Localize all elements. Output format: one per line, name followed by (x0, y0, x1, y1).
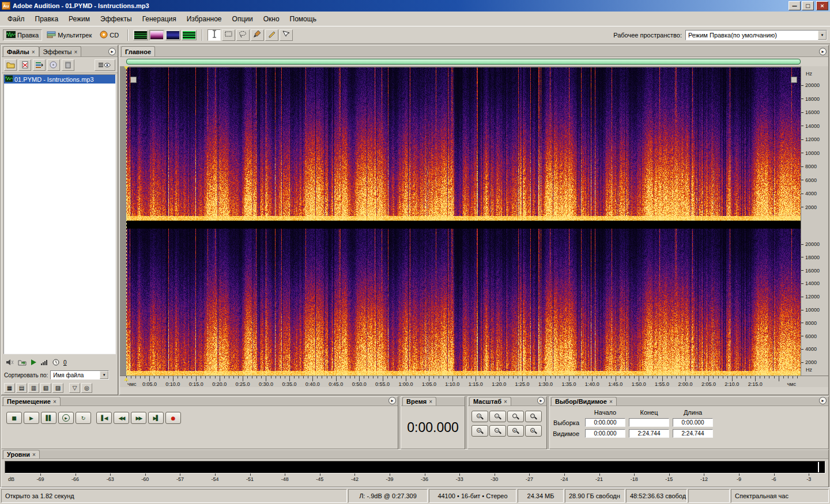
play-to-end-button[interactable]: ▶ (58, 412, 74, 424)
panel-menu-button[interactable] (108, 48, 116, 55)
view-end-field[interactable]: 2:24.744 (629, 429, 669, 438)
playhead-marker-icon[interactable] (124, 66, 129, 70)
close-tab-icon[interactable] (53, 398, 56, 405)
multitrack-view-button[interactable]: Мультитрек (43, 29, 95, 41)
horizontal-zoom-scroll-bar[interactable] (126, 59, 801, 65)
go-to-start-button[interactable]: ▌◀ (96, 412, 112, 424)
panel-menu-button[interactable] (819, 397, 827, 404)
tab-time[interactable]: Время (402, 397, 436, 406)
close-tab-icon[interactable] (504, 398, 507, 405)
tab-files[interactable]: Файлы (3, 46, 39, 56)
file-list[interactable]: 01.PYMD - Isntructions.mp3 (3, 74, 116, 354)
zoom-in-vertical-button[interactable]: + (471, 425, 488, 437)
go-to-end-button[interactable]: ▶▌ (148, 412, 164, 424)
tab-main[interactable]: Главное (121, 46, 155, 56)
maximize-button[interactable]: □ (802, 1, 814, 10)
show-markers-button[interactable]: ▨ (52, 383, 63, 393)
selection-end-field[interactable] (629, 418, 669, 427)
close-tab-icon[interactable] (429, 398, 432, 405)
tab-zoom[interactable]: Масштаб (469, 397, 511, 406)
selection-start-field[interactable]: 0:00.000 (585, 418, 625, 427)
playhead-marker-icon[interactable] (124, 377, 129, 381)
record-button[interactable]: ● (165, 412, 181, 424)
zoom-out-button[interactable]: − (489, 411, 506, 422)
menu-item-file[interactable]: Файл (2, 12, 30, 26)
preview-volume-button[interactable] (41, 359, 48, 366)
chevron-down-icon[interactable]: ▼ (100, 371, 108, 379)
frequency-scale[interactable]: HzHz200001800016000140001200010000800060… (801, 66, 828, 376)
view-start-field[interactable]: 0:00.000 (585, 429, 625, 438)
insert-into-multitrack-button[interactable] (33, 59, 46, 71)
spot-healing-tool-button[interactable] (265, 29, 278, 41)
tab-levels[interactable]: Уровни (3, 450, 40, 458)
zoom-in-button[interactable]: + (471, 411, 488, 422)
scrub-tool-button[interactable] (280, 29, 293, 41)
delete-file-button[interactable] (62, 59, 74, 71)
tab-selection-view[interactable]: Выбор/Видимое (551, 397, 617, 406)
show-midi-files-button[interactable]: ▧ (40, 383, 51, 393)
zoom-left-edge-button[interactable]: « (507, 425, 524, 437)
menu-item-edit[interactable]: Правка (30, 12, 64, 26)
tab-transport[interactable]: Перемещение (3, 397, 61, 406)
title-bar[interactable]: Au Adobe Audition - 01.PYMD - Isntructio… (0, 0, 830, 12)
fast-forward-button[interactable]: ▶▶ (131, 412, 146, 424)
zoom-to-selection-button[interactable]: □ (525, 411, 542, 422)
show-video-files-button[interactable]: ▥ (28, 383, 39, 393)
view-corner-handle[interactable] (791, 77, 797, 83)
cd-project-view-button[interactable]: CD (96, 29, 122, 41)
follow-playback-button[interactable] (18, 359, 27, 366)
lasso-selection-tool-button[interactable] (236, 29, 250, 41)
menu-item-window[interactable]: Окно (258, 12, 285, 26)
tab-effects[interactable]: Эффекты (39, 46, 82, 56)
files-options-button[interactable] (95, 59, 115, 71)
close-tab-icon[interactable] (609, 398, 613, 405)
close-button[interactable]: × (816, 1, 828, 10)
chevron-down-icon[interactable]: ▼ (818, 31, 827, 40)
selection-length-field[interactable]: 0:00.000 (673, 418, 713, 427)
zoom-right-edge-button[interactable]: » (525, 425, 542, 437)
insert-into-cd-button[interactable] (47, 59, 60, 71)
rewind-button[interactable]: ◀◀ (114, 412, 129, 424)
level-meter[interactable] (5, 461, 825, 473)
marquee-selection-tool-button[interactable] (222, 29, 235, 41)
spectral-pan-display-button[interactable] (165, 30, 180, 40)
waveform-display-button[interactable] (133, 30, 148, 40)
time-selection-tool-button[interactable] (207, 29, 221, 41)
menu-item-generate[interactable]: Генерация (137, 12, 182, 26)
close-tab-icon[interactable] (32, 48, 35, 55)
play-looped-button[interactable]: ↻ (76, 412, 91, 424)
panel-menu-button[interactable] (819, 48, 827, 55)
menu-item-effects[interactable]: Эффекты (95, 12, 137, 26)
effects-paintbrush-tool-button[interactable] (251, 29, 264, 41)
stop-button[interactable]: ■ (6, 412, 22, 424)
view-length-field[interactable]: 2:24.744 (673, 429, 713, 438)
edit-view-button[interactable]: Правка (3, 29, 42, 41)
import-file-button[interactable] (4, 59, 17, 71)
zoom-full-button[interactable] (507, 411, 524, 422)
close-file-button[interactable] (18, 59, 31, 71)
sort-select[interactable]: Имя файла ▼ (50, 370, 109, 380)
preview-timer-button[interactable] (52, 359, 59, 366)
auto-play-speaker-button[interactable] (6, 359, 14, 366)
panel-menu-button[interactable] (388, 397, 396, 404)
spectrogram-canvas[interactable] (126, 67, 801, 376)
zoom-out-vertical-button[interactable]: − (489, 425, 506, 437)
file-item[interactable]: 01.PYMD - Isntructions.mp3 (4, 75, 115, 84)
spectral-frequency-display-button[interactable] (149, 30, 164, 40)
menu-item-view[interactable]: Режим (63, 12, 95, 26)
timeline-ruler[interactable]: 0:05.00:10.00:15.00:20.00:25.00:30.00:35… (120, 376, 828, 387)
show-audio-files-button[interactable]: ▦ (4, 383, 15, 393)
cd-view-toggle-button[interactable]: ◎ (81, 383, 92, 393)
workspace-select[interactable]: Режим Правка(по умолчанию) ▼ (685, 30, 827, 40)
play-button[interactable]: ▶ (24, 412, 39, 424)
close-tab-icon[interactable] (74, 48, 78, 55)
preview-play-button[interactable] (31, 359, 37, 366)
panel-menu-button[interactable] (537, 397, 545, 404)
close-tab-icon[interactable] (32, 451, 36, 458)
menu-item-favorites[interactable]: Избранное (182, 12, 227, 26)
show-loop-files-button[interactable]: ▤ (16, 383, 27, 393)
preview-counter[interactable]: 0 (63, 359, 67, 366)
filter-button[interactable]: ▽ (69, 383, 80, 393)
spectral-phase-display-button[interactable] (182, 30, 197, 40)
view-corner-handle[interactable] (130, 77, 137, 83)
